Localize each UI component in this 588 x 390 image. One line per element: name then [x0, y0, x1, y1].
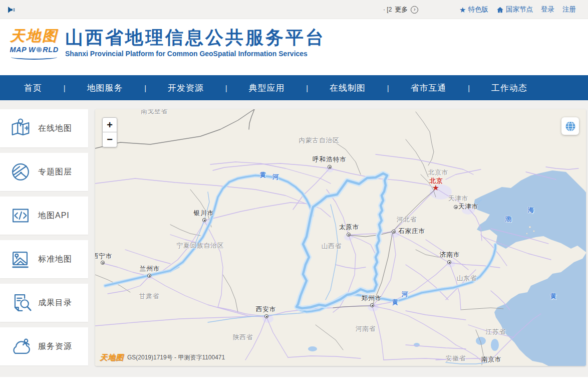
site-header: 天地图 MAP WRLD 山西省地理信息公共服务平台 Shanxi Provin… — [0, 19, 588, 75]
page-title: 山西省地理信息公共服务平台 — [65, 27, 326, 48]
sidebar-item-0[interactable]: 在线地图 — [0, 109, 88, 147]
map-province-label: 河北省 — [397, 216, 417, 224]
sidebar-item-label: 成果目录 — [38, 298, 72, 308]
sidebar-item-label: 服务资源 — [38, 341, 72, 352]
city-dot-marker — [328, 165, 332, 169]
zoom-control: + − — [102, 117, 117, 147]
standard-map-icon — [9, 248, 32, 271]
home-icon — [496, 6, 504, 14]
sidebar-item-5[interactable]: 服务资源 — [0, 327, 88, 365]
speaker-icon[interactable] — [7, 5, 16, 15]
city-dot-marker — [454, 205, 458, 209]
catalog-search-icon — [9, 291, 32, 314]
nav-item-0[interactable]: 首页 — [24, 82, 42, 94]
map-city-label: 太原市 — [339, 223, 360, 232]
map-province-label: 陕西省 — [233, 333, 253, 342]
logo-arc — [11, 55, 57, 60]
cloud-service-icon — [9, 335, 32, 358]
map-water-label: 海 — [528, 206, 534, 215]
logo-en-text: MAP WRLD — [7, 46, 62, 54]
map-water-label: 河 — [272, 173, 279, 181]
map-province-label: 河南省 — [356, 325, 376, 333]
nav-separator: | — [144, 84, 146, 92]
map-water-label: 黄 — [392, 298, 399, 307]
nav-separator: | — [64, 84, 66, 92]
top-link-1[interactable]: 国家节点 — [496, 5, 533, 14]
map-province-label: 安徽省 — [446, 354, 466, 363]
nav-item-1[interactable]: 地图服务 — [87, 82, 123, 94]
map-attribution: 天地图 GS(2019)1719号 - 甲测资字1100471 — [100, 353, 225, 362]
nav-item-4[interactable]: 在线制图 — [330, 82, 366, 94]
map-api-icon — [9, 204, 32, 227]
city-dot-marker — [202, 218, 206, 222]
attribution-text: GS(2019)1719号 - 甲测资字1100471 — [127, 353, 225, 362]
sidebar-item-label: 在线地图 — [38, 123, 72, 134]
map-province-label: 甘肃省 — [139, 292, 160, 301]
map-city-label: 西安市 — [256, 305, 276, 314]
map-province-label: 江苏省 — [486, 328, 506, 336]
map-city-label: 南京市 — [481, 355, 502, 364]
map-city-label: 石家庄市 — [398, 227, 425, 236]
map-province-label: 北京市 — [428, 168, 449, 177]
page-subtitle: Shanxi Provincial Platform for Common Ge… — [65, 50, 326, 58]
city-dot-marker — [347, 233, 351, 237]
main-nav: 首页|地图服务|开发资源|典型应用|在线制图|省市互通|工作动态 — [24, 82, 527, 94]
main-nav-bar: 首页|地图服务|开发资源|典型应用|在线制图|省市互通|工作动态 — [0, 75, 588, 100]
nav-item-6[interactable]: 工作动态 — [491, 82, 527, 94]
map-water-label: 渤 — [505, 215, 512, 224]
map-province-label: 宁夏回族自治区 — [177, 242, 224, 250]
globe-layer-button[interactable] — [561, 117, 579, 135]
sidebar-item-2[interactable]: 地图API — [0, 197, 88, 235]
zoom-in-button[interactable]: + — [102, 117, 117, 132]
sidebar-item-label: 标准地图 — [38, 254, 72, 265]
top-links: ★特色版国家节点登录注册 — [459, 0, 576, 19]
sidebar-item-3[interactable]: 标准地图 — [0, 240, 88, 278]
map-province-label: 内蒙古自治区 — [299, 136, 340, 145]
more-link[interactable]: 更多 — [395, 5, 408, 14]
city-dot-marker — [101, 261, 105, 265]
sidebar-item-4[interactable]: 成果目录 — [0, 284, 88, 322]
content-area: 在线地图专题图层地图API标准地图成果目录服务资源 — [0, 100, 588, 377]
map-province-label: 山西省 — [322, 242, 342, 251]
nav-separator: | — [387, 84, 389, 92]
attribution-logo: 天地图 — [100, 353, 124, 362]
map-canvas[interactable]: 南戈壁省内蒙古自治区北京市天津市河北省山西省山东省宁夏回族自治区甘肃省陕西省河南… — [95, 109, 586, 366]
map-city-label: 济南市 — [440, 251, 460, 259]
sidebar-item-1[interactable]: 专题图层 — [0, 153, 88, 191]
thematic-layers-icon — [9, 160, 32, 183]
capital-star-icon: ★ — [432, 184, 439, 192]
zoom-out-button[interactable]: − — [102, 132, 117, 147]
nav-item-5[interactable]: 省市互通 — [411, 82, 447, 94]
map-province-label: 南戈壁省 — [141, 109, 168, 116]
top-link-2[interactable]: 登录 — [541, 5, 554, 14]
map-city-label: 郑州市 — [362, 294, 382, 303]
nav-separator: | — [468, 84, 470, 92]
map-city-label: 西宁市 — [95, 252, 112, 261]
sidebar-item-label: 地图API — [38, 211, 70, 221]
online-map-icon — [9, 117, 32, 140]
footer-strip — [0, 377, 588, 390]
nav-item-3[interactable]: 典型应用 — [249, 82, 285, 94]
map-city-label: 银川市 — [194, 209, 214, 218]
city-dot-marker — [447, 260, 451, 264]
globe-icon — [564, 120, 576, 132]
map-labels: 南戈壁省内蒙古自治区北京市天津市河北省山西省山东省宁夏回族自治区甘肃省陕西省河南… — [95, 109, 586, 366]
city-dot-marker — [392, 230, 396, 234]
top-link-0[interactable]: ★特色版 — [459, 5, 488, 14]
nav-item-2[interactable]: 开发资源 — [168, 82, 204, 94]
map-water-label: 黄 — [260, 171, 266, 179]
nav-separator: | — [306, 84, 308, 92]
city-dot-marker — [147, 274, 151, 278]
map-city-label: 呼和浩特市 — [313, 155, 347, 164]
more-arrow-icon[interactable]: › — [411, 6, 418, 14]
top-bar: · [2 更多 › ★特色版国家节点登录注册 — [0, 0, 588, 19]
star-icon: ★ — [459, 6, 466, 14]
city-dot-marker — [264, 314, 268, 318]
mapworld-logo[interactable]: 天地图 MAP WRLD — [7, 28, 62, 60]
nav-separator: | — [225, 84, 227, 92]
logo-cn-text: 天地图 — [7, 28, 62, 44]
top-link-3[interactable]: 注册 — [562, 5, 576, 14]
sidebar-item-label: 专题图层 — [38, 167, 72, 177]
map-city-label: 天津市 — [458, 203, 479, 211]
globe-o-icon — [36, 47, 42, 53]
